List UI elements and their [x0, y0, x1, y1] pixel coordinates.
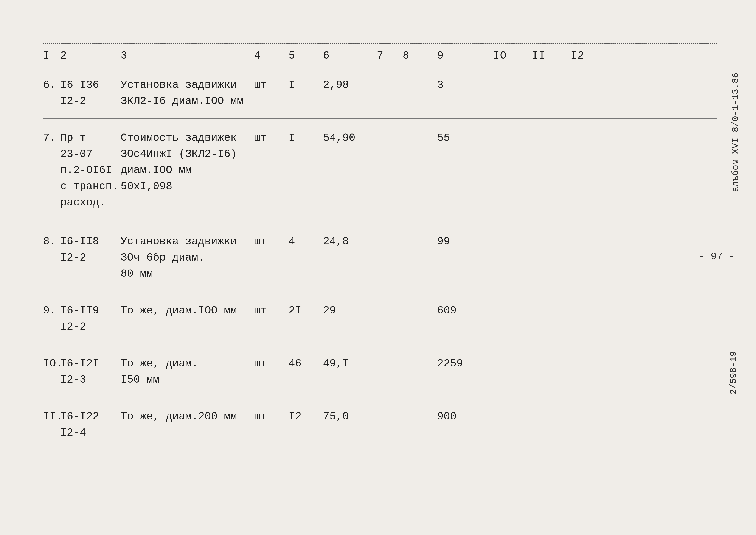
row6-unit: шт [254, 77, 289, 93]
table-row: 8. I6-II8 I2-2 Установка задвижки ЗОч 6б… [43, 225, 717, 288]
row11-price: 75,0 [323, 408, 377, 425]
row10-unit: шт [254, 355, 289, 372]
row-7-wrapper: 7. Пр-т 23-07 п.2-OI6I с трансп. расход.… [43, 121, 717, 219]
row7-qty: I [289, 130, 323, 146]
row7-separator [43, 222, 717, 222]
header-col6: 6 [323, 47, 377, 64]
row6-num: 6. [43, 77, 60, 93]
header-col7: 7 [377, 47, 403, 64]
row7-description: Стоимость задвижек ЗОс4ИнжI (ЗКЛ2-I6) ди… [121, 130, 254, 194]
row11-num: II. [43, 408, 60, 425]
row11-description: То же, диам.200 мм [121, 408, 254, 425]
row10-code: I6-I2I I2-3 [60, 355, 121, 388]
row-9-wrapper: 9. I6-II9 I2-2 То же, диам.IOO мм шт 2I … [43, 294, 717, 341]
row-11-wrapper: II. I6-I22 I2-4 То же, диам.200 мм шт I2… [43, 400, 717, 447]
table-row: II. I6-I22 I2-4 То же, диам.200 мм шт I2… [43, 400, 717, 447]
row6-code: I6-I36 I2-2 [60, 77, 121, 109]
row8-unit: шт [254, 233, 289, 249]
row6-qty: I [289, 77, 323, 93]
row7-col9: 55 [437, 130, 493, 146]
row9-qty: 2I [289, 302, 323, 319]
row9-num: 9. [43, 302, 60, 319]
row9-unit: шт [254, 302, 289, 319]
header-col3: 3 [121, 47, 254, 64]
row9-separator [43, 344, 717, 344]
row-8-wrapper: 8. I6-II8 I2-2 Установка задвижки ЗОч 6б… [43, 225, 717, 288]
row-6-wrapper: 6. I6-I36 I2-2 Установка задвижки ЗКЛ2-I… [43, 68, 717, 116]
header-col11: II [532, 47, 571, 64]
row9-price: 29 [323, 302, 377, 319]
row10-qty: 46 [289, 355, 323, 372]
row10-col9: 2259 [437, 355, 493, 372]
row7-code: Пр-т 23-07 п.2-OI6I с трансп. расход. [60, 130, 121, 211]
page: I 2 3 4 5 6 7 8 9 IO II I2 6. I6-I36 I2-… [0, 0, 756, 535]
table-row: 6. I6-I36 I2-2 Установка задвижки ЗКЛ2-I… [43, 68, 717, 116]
header-col4: 4 [254, 47, 289, 64]
table-container: I 2 3 4 5 6 7 8 9 IO II I2 6. I6-I36 I2-… [43, 43, 717, 447]
table-row: 9. I6-II9 I2-2 То же, диам.IOO мм шт 2I … [43, 294, 717, 341]
row8-num: 8. [43, 233, 60, 249]
row11-qty: I2 [289, 408, 323, 425]
header-col5: 5 [289, 47, 323, 64]
header-col2: 2 [60, 47, 121, 64]
row10-right-label: 2/598-19 [728, 351, 739, 395]
row7-num: 7. [43, 130, 60, 146]
header-row: I 2 3 4 5 6 7 8 9 IO II I2 [43, 44, 717, 68]
row10-price: 49,I [323, 355, 377, 372]
row8-right-label: - 97 - [699, 251, 735, 262]
row9-code: I6-II9 I2-2 [60, 302, 121, 335]
header-col9: 9 [437, 47, 493, 64]
row10-description: То же, диам. I50 мм [121, 355, 254, 388]
row6-separator [43, 118, 717, 119]
row11-code: I6-I22 I2-4 [60, 408, 121, 441]
header-col8: 8 [403, 47, 437, 64]
row8-price: 24,8 [323, 233, 377, 249]
row11-unit: шт [254, 408, 289, 425]
row9-description: То же, диам.IOO мм [121, 302, 254, 319]
row-10-wrapper: IO. I6-I2I I2-3 То же, диам. I50 мм шт 4… [43, 347, 717, 394]
table-row: 7. Пр-т 23-07 п.2-OI6I с трансп. расход.… [43, 121, 717, 219]
row6-col9: 3 [437, 77, 493, 93]
row6-right-label: алъбом XVI 8/0-1-13.86 [731, 72, 741, 192]
row10-num: IO. [43, 355, 60, 372]
row8-code: I6-II8 I2-2 [60, 233, 121, 266]
row8-qty: 4 [289, 233, 323, 249]
header-col1: I [43, 47, 60, 64]
table-row: IO. I6-I2I I2-3 То же, диам. I50 мм шт 4… [43, 347, 717, 394]
row10-separator [43, 397, 717, 397]
row7-unit: шт [254, 130, 289, 146]
row9-col9: 609 [437, 302, 493, 319]
row8-separator [43, 291, 717, 291]
header-col12: I2 [571, 47, 717, 64]
row8-col9: 99 [437, 233, 493, 249]
row7-price: 54,90 [323, 130, 377, 146]
row6-description: Установка задвижки ЗКЛ2-I6 диам.IOO мм [121, 77, 254, 109]
row11-col9: 900 [437, 408, 493, 425]
row6-price: 2,98 [323, 77, 377, 93]
header-col10: IO [493, 47, 532, 64]
row8-description: Установка задвижки ЗОч 6бр диам. 80 мм [121, 233, 254, 282]
